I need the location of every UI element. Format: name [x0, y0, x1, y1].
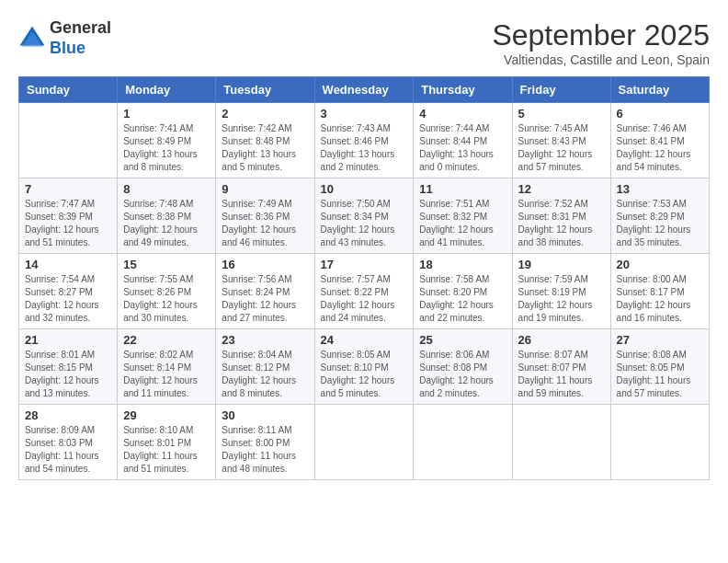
day-info: Sunrise: 8:10 AM Sunset: 8:01 PM Dayligh… [123, 424, 210, 476]
calendar-cell: 17Sunrise: 7:57 AM Sunset: 8:22 PM Dayli… [314, 254, 414, 329]
calendar-cell: 11Sunrise: 7:51 AM Sunset: 8:32 PM Dayli… [414, 178, 512, 254]
day-header-friday: Friday [512, 77, 610, 103]
day-header-wednesday: Wednesday [314, 77, 414, 103]
day-info: Sunrise: 7:42 AM Sunset: 8:48 PM Dayligh… [222, 122, 308, 174]
day-number: 12 [518, 182, 605, 196]
location-subtitle: Valtiendas, Castille and Leon, Spain [492, 52, 710, 67]
calendar-cell: 1Sunrise: 7:41 AM Sunset: 8:49 PM Daylig… [118, 103, 216, 178]
day-number: 30 [222, 408, 308, 422]
calendar-cell: 8Sunrise: 7:48 AM Sunset: 8:38 PM Daylig… [118, 178, 216, 254]
day-info: Sunrise: 7:44 AM Sunset: 8:44 PM Dayligh… [419, 122, 506, 174]
day-info: Sunrise: 8:00 AM Sunset: 8:17 PM Dayligh… [617, 273, 703, 325]
day-info: Sunrise: 7:51 AM Sunset: 8:32 PM Dayligh… [419, 198, 506, 249]
title-area: September 2025 Valtiendas, Castille and … [492, 18, 710, 67]
calendar-cell: 25Sunrise: 8:06 AM Sunset: 8:08 PM Dayli… [414, 329, 512, 405]
day-number: 13 [617, 182, 703, 196]
calendar-cell: 22Sunrise: 8:02 AM Sunset: 8:14 PM Dayli… [118, 329, 216, 405]
day-info: Sunrise: 8:01 AM Sunset: 8:15 PM Dayligh… [25, 349, 111, 400]
day-info: Sunrise: 7:58 AM Sunset: 8:20 PM Dayligh… [419, 273, 506, 325]
calendar-cell: 10Sunrise: 7:50 AM Sunset: 8:34 PM Dayli… [314, 178, 414, 254]
calendar-cell: 28Sunrise: 8:09 AM Sunset: 8:03 PM Dayli… [19, 405, 118, 480]
day-info: Sunrise: 7:47 AM Sunset: 8:39 PM Dayligh… [25, 198, 111, 249]
calendar-cell: 29Sunrise: 8:10 AM Sunset: 8:01 PM Dayli… [118, 405, 216, 480]
day-info: Sunrise: 7:59 AM Sunset: 8:19 PM Dayligh… [518, 273, 605, 325]
day-number: 23 [222, 333, 308, 347]
day-header-saturday: Saturday [610, 77, 709, 103]
day-number: 16 [222, 258, 308, 271]
day-info: Sunrise: 7:48 AM Sunset: 8:38 PM Dayligh… [123, 198, 210, 249]
day-number: 21 [25, 333, 111, 347]
day-info: Sunrise: 8:11 AM Sunset: 8:00 PM Dayligh… [222, 424, 308, 476]
day-number: 22 [123, 333, 210, 347]
day-number: 4 [419, 107, 506, 121]
day-number: 27 [617, 333, 703, 347]
day-number: 20 [617, 258, 703, 271]
day-number: 25 [419, 333, 506, 347]
day-number: 1 [123, 107, 210, 121]
calendar-cell: 4Sunrise: 7:44 AM Sunset: 8:44 PM Daylig… [414, 103, 512, 178]
calendar-cell: 13Sunrise: 7:53 AM Sunset: 8:29 PM Dayli… [610, 178, 709, 254]
month-title: September 2025 [492, 18, 710, 52]
calendar-cell [314, 405, 414, 480]
calendar-cell [610, 405, 709, 480]
day-info: Sunrise: 8:08 AM Sunset: 8:05 PM Dayligh… [617, 349, 703, 400]
logo-general-text: General [50, 18, 111, 37]
day-number: 2 [222, 107, 308, 121]
calendar-week-row: 28Sunrise: 8:09 AM Sunset: 8:03 PM Dayli… [19, 405, 710, 480]
day-number: 9 [222, 182, 308, 196]
day-header-sunday: Sunday [19, 77, 118, 103]
day-header-thursday: Thursday [414, 77, 512, 103]
day-info: Sunrise: 7:50 AM Sunset: 8:34 PM Dayligh… [321, 198, 408, 249]
day-number: 10 [321, 182, 408, 196]
calendar-cell: 16Sunrise: 7:56 AM Sunset: 8:24 PM Dayli… [216, 254, 314, 329]
day-number: 29 [123, 408, 210, 422]
calendar-cell [414, 405, 512, 480]
day-number: 6 [617, 107, 703, 121]
day-info: Sunrise: 8:02 AM Sunset: 8:14 PM Dayligh… [123, 349, 210, 400]
day-number: 11 [419, 182, 506, 196]
day-number: 18 [419, 258, 506, 271]
calendar-cell: 30Sunrise: 8:11 AM Sunset: 8:00 PM Dayli… [216, 405, 314, 480]
day-info: Sunrise: 7:45 AM Sunset: 8:43 PM Dayligh… [518, 122, 605, 174]
calendar-cell [19, 103, 118, 178]
calendar-cell: 27Sunrise: 8:08 AM Sunset: 8:05 PM Dayli… [610, 329, 709, 405]
calendar-table: SundayMondayTuesdayWednesdayThursdayFrid… [18, 76, 710, 480]
day-info: Sunrise: 7:55 AM Sunset: 8:26 PM Dayligh… [123, 273, 210, 325]
day-info: Sunrise: 8:09 AM Sunset: 8:03 PM Dayligh… [25, 424, 111, 476]
calendar-header-row: SundayMondayTuesdayWednesdayThursdayFrid… [19, 77, 710, 103]
calendar-cell: 6Sunrise: 7:46 AM Sunset: 8:41 PM Daylig… [610, 103, 709, 178]
day-info: Sunrise: 7:41 AM Sunset: 8:49 PM Dayligh… [123, 122, 210, 174]
day-number: 7 [25, 182, 111, 196]
day-number: 28 [25, 408, 111, 422]
day-number: 8 [123, 182, 210, 196]
day-info: Sunrise: 7:57 AM Sunset: 8:22 PM Dayligh… [321, 273, 408, 325]
day-info: Sunrise: 8:07 AM Sunset: 8:07 PM Dayligh… [518, 349, 605, 400]
calendar-cell: 18Sunrise: 7:58 AM Sunset: 8:20 PM Dayli… [414, 254, 512, 329]
logo: General Blue [18, 18, 111, 58]
day-number: 15 [123, 258, 210, 271]
day-info: Sunrise: 7:53 AM Sunset: 8:29 PM Dayligh… [617, 198, 703, 249]
day-header-tuesday: Tuesday [216, 77, 314, 103]
calendar-cell: 23Sunrise: 8:04 AM Sunset: 8:12 PM Dayli… [216, 329, 314, 405]
calendar-cell: 20Sunrise: 8:00 AM Sunset: 8:17 PM Dayli… [610, 254, 709, 329]
calendar-cell: 15Sunrise: 7:55 AM Sunset: 8:26 PM Dayli… [118, 254, 216, 329]
day-number: 17 [321, 258, 408, 271]
day-info: Sunrise: 7:54 AM Sunset: 8:27 PM Dayligh… [25, 273, 111, 325]
day-number: 5 [518, 107, 605, 121]
day-info: Sunrise: 7:46 AM Sunset: 8:41 PM Dayligh… [617, 122, 703, 174]
calendar-cell: 14Sunrise: 7:54 AM Sunset: 8:27 PM Dayli… [19, 254, 118, 329]
calendar-week-row: 21Sunrise: 8:01 AM Sunset: 8:15 PM Dayli… [19, 329, 710, 405]
calendar-cell: 2Sunrise: 7:42 AM Sunset: 8:48 PM Daylig… [216, 103, 314, 178]
calendar-cell: 12Sunrise: 7:52 AM Sunset: 8:31 PM Dayli… [512, 178, 610, 254]
logo-blue-text: Blue [50, 39, 85, 57]
day-number: 26 [518, 333, 605, 347]
calendar-cell: 24Sunrise: 8:05 AM Sunset: 8:10 PM Dayli… [314, 329, 414, 405]
day-info: Sunrise: 7:49 AM Sunset: 8:36 PM Dayligh… [222, 198, 308, 249]
calendar-week-row: 14Sunrise: 7:54 AM Sunset: 8:27 PM Dayli… [19, 254, 710, 329]
day-info: Sunrise: 8:05 AM Sunset: 8:10 PM Dayligh… [321, 349, 408, 400]
calendar-cell: 5Sunrise: 7:45 AM Sunset: 8:43 PM Daylig… [512, 103, 610, 178]
calendar-week-row: 1Sunrise: 7:41 AM Sunset: 8:49 PM Daylig… [19, 103, 710, 178]
calendar-cell: 9Sunrise: 7:49 AM Sunset: 8:36 PM Daylig… [216, 178, 314, 254]
calendar-cell: 7Sunrise: 7:47 AM Sunset: 8:39 PM Daylig… [19, 178, 118, 254]
day-info: Sunrise: 7:43 AM Sunset: 8:46 PM Dayligh… [321, 122, 408, 174]
